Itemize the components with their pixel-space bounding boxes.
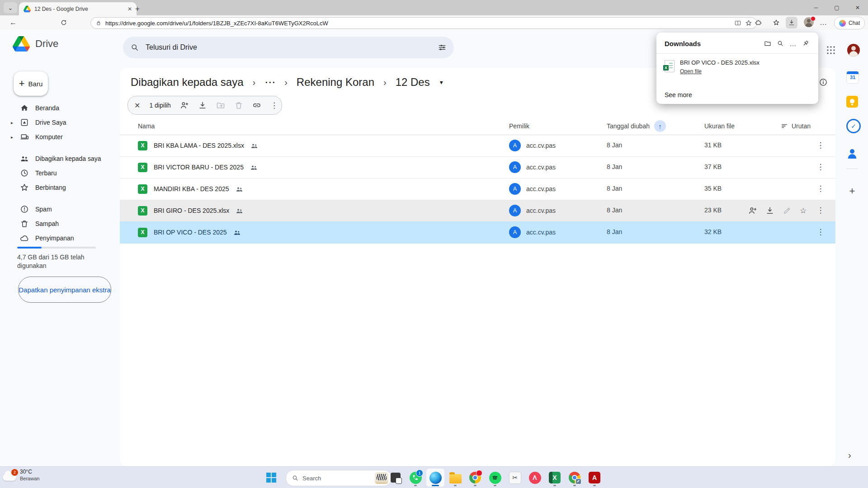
copilot-icon: [839, 20, 846, 27]
expand-arrow-icon[interactable]: ▸: [11, 135, 13, 140]
more-actions-icon[interactable]: ⋮: [270, 101, 278, 110]
expand-arrow-icon[interactable]: ▸: [11, 120, 13, 125]
pin-icon[interactable]: [799, 38, 812, 49]
favorite-star-icon[interactable]: [745, 19, 752, 27]
downloads-button[interactable]: [786, 17, 797, 28]
split-screen-icon[interactable]: [734, 19, 741, 27]
column-header-name[interactable]: Nama: [138, 122, 155, 130]
breadcrumb-collapsed[interactable]: ⋯: [262, 74, 278, 90]
browser-profile-button[interactable]: [804, 17, 815, 28]
table-row-hovered[interactable]: X BRI GIRO - DES 2025.xlsx A acc.cv.pas …: [120, 200, 835, 222]
row-more-button[interactable]: ⋮: [815, 227, 826, 237]
red-circle-app-button[interactable]: Λ: [526, 469, 544, 487]
spreadsheet-file-icon: X: [138, 141, 147, 150]
row-more-button[interactable]: ⋮: [815, 184, 826, 193]
search-filter-icon[interactable]: [438, 43, 447, 52]
downloads-more-icon[interactable]: …: [787, 38, 799, 49]
extensions-button[interactable]: [752, 17, 764, 28]
weather-widget[interactable]: 2 30°C Berawan: [3, 469, 39, 482]
share-icon[interactable]: [748, 206, 757, 215]
spotify-app-button[interactable]: [486, 469, 504, 487]
browser-menu-button[interactable]: …: [817, 17, 829, 28]
breadcrumb-parent[interactable]: Rekening Koran: [294, 74, 377, 90]
sidebar-item-berbintang[interactable]: Berbintang: [7, 180, 125, 195]
trash-icon[interactable]: [234, 101, 243, 110]
owner-avatar: A: [509, 226, 521, 238]
window-minimize-button[interactable]: ─: [806, 0, 826, 15]
star-icon[interactable]: ☆: [800, 206, 807, 216]
hide-side-panel-icon[interactable]: ›: [848, 450, 851, 460]
search-downloads-icon[interactable]: [774, 38, 787, 49]
window-close-button[interactable]: ✕: [847, 0, 868, 15]
file-explorer-button[interactable]: [446, 469, 464, 487]
task-view-button[interactable]: [387, 469, 405, 487]
back-button[interactable]: ←: [7, 17, 19, 28]
open-file-link[interactable]: Open file: [680, 68, 702, 75]
sidebar-item-penyimpanan[interactable]: Penyimpanan: [7, 231, 125, 245]
chevron-down-icon[interactable]: ▾: [440, 79, 443, 86]
open-downloads-folder-icon[interactable]: [761, 38, 774, 49]
sort-ascending-icon[interactable]: ↑: [654, 120, 666, 132]
column-header-size[interactable]: Ukuran file: [704, 122, 735, 130]
share-icon[interactable]: [180, 101, 189, 110]
favorites-button[interactable]: [770, 17, 782, 28]
chrome-app-button[interactable]: [466, 469, 484, 487]
edge-app-button[interactable]: [426, 469, 444, 487]
calendar-icon[interactable]: 31: [846, 71, 859, 84]
tab-search-button[interactable]: ⌄: [4, 2, 17, 13]
new-tab-button[interactable]: +: [132, 4, 143, 14]
keep-icon[interactable]: [846, 96, 858, 108]
copilot-chat-button[interactable]: Chat: [834, 17, 865, 29]
details-info-button[interactable]: [817, 76, 830, 89]
contacts-icon[interactable]: [846, 148, 858, 160]
column-header-sort[interactable]: Urutan: [781, 122, 811, 130]
whatsapp-app-button[interactable]: 1: [406, 469, 425, 487]
sidebar-item-drive-saya[interactable]: ▸ Drive Saya: [7, 115, 125, 130]
snipping-tool-button[interactable]: ✂: [506, 469, 524, 487]
sidebar-item-sampah[interactable]: Sampah: [7, 216, 125, 231]
excel-app-button[interactable]: X: [546, 469, 564, 487]
excel-icon: X: [549, 472, 561, 483]
table-row[interactable]: X MANDIRI KBA - DES 2025 A acc.cv.pas 8 …: [120, 178, 835, 200]
table-row[interactable]: X BRI VICTOR BARU - DES 2025 A acc.cv.pa…: [120, 156, 835, 178]
add-addon-icon[interactable]: +: [846, 185, 858, 197]
download-item[interactable]: X BRI OP VICO - DES 2025.xlsx Open file: [656, 54, 818, 75]
rename-icon[interactable]: [783, 206, 792, 215]
breadcrumb-root[interactable]: Dibagikan kepada saya: [128, 74, 246, 90]
acrobat-app-button[interactable]: A: [585, 469, 604, 487]
taskbar-search[interactable]: Search: [286, 470, 392, 486]
tasks-icon[interactable]: ✓: [846, 119, 861, 133]
get-more-storage-button[interactable]: Dapatkan penyimpanan ekstra: [18, 277, 111, 303]
drive-search-bar[interactable]: Telusuri di Drive: [123, 37, 454, 58]
download-icon[interactable]: [198, 101, 207, 110]
google-apps-grid-icon[interactable]: [826, 45, 836, 56]
sidebar-item-beranda[interactable]: Beranda: [7, 101, 125, 115]
sidebar-item-terbaru[interactable]: Terbaru: [7, 166, 125, 180]
account-avatar[interactable]: [847, 44, 860, 56]
column-header-modified[interactable]: Tanggal diubah: [607, 122, 650, 130]
drive-logo[interactable]: Drive: [13, 36, 58, 52]
row-more-button[interactable]: ⋮: [815, 206, 826, 215]
browser-tab[interactable]: 12 Des - Google Drive ✕: [19, 2, 137, 15]
tab-close-icon[interactable]: ✕: [127, 6, 132, 12]
window-maximize-button[interactable]: ▢: [826, 0, 847, 15]
clear-selection-button[interactable]: ✕: [134, 101, 140, 110]
row-more-button[interactable]: ⋮: [815, 162, 826, 172]
new-button[interactable]: + Baru: [14, 71, 48, 96]
column-header-owner[interactable]: Pemilik: [509, 122, 529, 130]
download-icon[interactable]: [765, 206, 774, 215]
table-row[interactable]: X BRI KBA LAMA - DES 2025.xlsx A acc.cv.…: [120, 135, 835, 157]
start-button[interactable]: [262, 469, 280, 487]
refresh-button[interactable]: [58, 17, 70, 28]
see-more-link[interactable]: See more: [665, 91, 692, 99]
row-more-button[interactable]: ⋮: [815, 141, 826, 150]
address-bar[interactable]: https://drive.google.com/drive/u/1/folde…: [90, 17, 757, 29]
breadcrumb-current[interactable]: 12 Des: [393, 74, 433, 90]
copy-link-icon[interactable]: [252, 101, 261, 110]
move-to-folder-icon[interactable]: [216, 101, 225, 110]
sidebar-item-komputer[interactable]: ▸ Komputer: [7, 130, 125, 144]
sidebar-item-dibagikan[interactable]: Dibagikan kepada saya: [7, 151, 125, 166]
sidebar-item-spam[interactable]: Spam: [7, 202, 125, 216]
table-row-selected[interactable]: X BRI OP VICO - DES 2025 A acc.cv.pas 8 …: [120, 221, 835, 244]
chrome-tools-app-button[interactable]: [566, 469, 584, 487]
